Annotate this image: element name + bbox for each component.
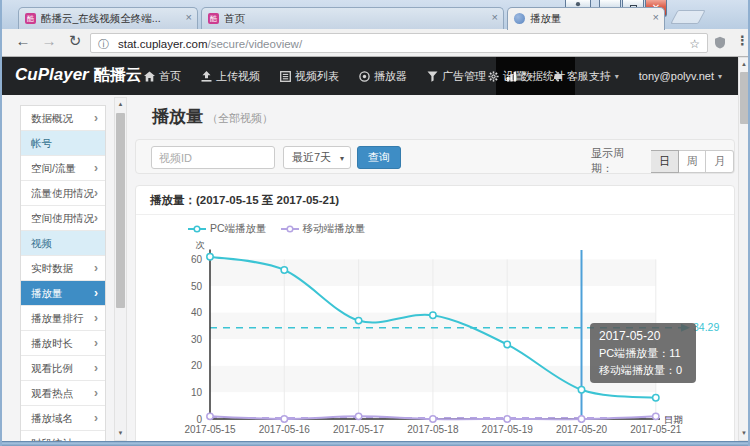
nav-item-home[interactable]: 首页	[134, 57, 191, 95]
address-bar[interactable]: ⓘ stat.cuplayer.com/secure/videoview/ ☆	[90, 33, 708, 53]
sidebar-item-space-usage[interactable]: 空间使用情况›	[21, 206, 105, 231]
upload-icon	[201, 71, 212, 82]
site-top-nav: CuPlayer酷播云 首页 上传视频 视频列表 播放器	[2, 57, 738, 95]
tab-close-icon[interactable]: ×	[186, 11, 192, 23]
new-tab-button[interactable]	[670, 10, 705, 24]
sidebar-nav: 数据概况› 帐号› 空间/流量› 流量使用情况› 空间使用情况› 视频› 实时数…	[20, 105, 106, 441]
period-month-button[interactable]: 月	[706, 150, 734, 173]
sidebar-item-watch-ratio[interactable]: 观看比例›	[21, 356, 105, 381]
scroll-down-icon[interactable]: ▼	[739, 427, 749, 440]
sidebar-item-play-domain[interactable]: 播放域名›	[21, 406, 105, 431]
video-id-input[interactable]	[151, 146, 275, 169]
brand-en: CuPlayer	[15, 65, 89, 84]
settings-menu[interactable]: 设置 ▾	[480, 57, 541, 95]
browser-tab-2[interactable]: 酷 首页 ×	[201, 7, 504, 29]
sidebar-item-data-overview[interactable]: 数据概况›	[21, 106, 105, 131]
bell-icon	[553, 71, 563, 82]
support-label: 客服支持	[567, 69, 611, 84]
svg-text:2017-05-20: 2017-05-20	[556, 424, 608, 435]
sidebar-label: 空间使用情况	[31, 212, 94, 224]
sidebar-label: 帐号	[31, 137, 52, 149]
sidebar-item-play-count[interactable]: 播放量›	[21, 281, 105, 306]
cuplayer-favicon-icon: 酷	[208, 13, 219, 24]
nav-right-menu: 设置 ▾ 客服支持 ▾ tony@polyv.net ▾	[480, 57, 730, 95]
account-email: tony@polyv.net	[639, 70, 714, 82]
account-menu[interactable]: tony@polyv.net ▾	[631, 57, 730, 95]
back-button[interactable]: ←	[12, 32, 34, 49]
chevron-down-icon: ▾	[340, 148, 344, 169]
sidebar-item-play-duration[interactable]: 播放时长›	[21, 331, 105, 356]
sidebar-label: 视频	[31, 237, 52, 249]
tooltip-line-mobile: 移动端播放量：0	[599, 362, 687, 379]
tab-close-icon[interactable]: ×	[492, 11, 498, 23]
scrollbar-thumb[interactable]	[116, 113, 125, 308]
sidebar-label: 播放量排行	[31, 312, 84, 324]
query-button[interactable]: 查询	[357, 146, 401, 169]
support-menu[interactable]: 客服支持 ▾	[545, 57, 627, 95]
chart-panel-title: 播放量：(2017-05-15 至 2017-05-21)	[136, 186, 734, 215]
chevron-right-icon: ›	[94, 156, 98, 180]
chevron-down-icon: ▾	[718, 72, 722, 81]
svg-text:2017-05-18: 2017-05-18	[407, 424, 459, 435]
browser-tab-3-active[interactable]: 播放量 ×	[507, 7, 665, 30]
forward-button[interactable]: →	[38, 32, 60, 49]
scrollbar-thumb[interactable]	[740, 72, 749, 124]
sidebar-item-time-stats[interactable]: 时段统计›	[21, 431, 105, 441]
chevron-right-icon: ›	[94, 256, 98, 280]
svg-text:20: 20	[191, 360, 203, 371]
svg-text:2017-05-21: 2017-05-21	[630, 424, 682, 435]
svg-text:2017-05-16: 2017-05-16	[259, 424, 311, 435]
sidebar-scrollbar[interactable]: ▲ ▼	[114, 97, 127, 441]
browser-tab-strip: 酷 酷播云_在线视频全终端... × 酷 首页 × 播放量 × – ✕	[2, 0, 748, 29]
period-label: 显示周期：	[591, 146, 645, 176]
tooltip-line-pc: PC端播放量：11	[599, 345, 687, 362]
tab-close-icon[interactable]: ×	[653, 11, 659, 23]
display-period-group: 显示周期： 日 周 月	[591, 146, 734, 176]
svg-text:30: 30	[191, 334, 203, 345]
extension-shield-icon[interactable]	[714, 35, 726, 53]
nav-item-player[interactable]: 播放器	[349, 57, 417, 95]
date-range-select[interactable]: 最近7天 ▾	[283, 146, 351, 169]
legend-marker-icon	[188, 224, 206, 234]
sidebar-label: 播放域名	[31, 412, 73, 424]
scroll-up-icon[interactable]: ▲	[739, 58, 749, 71]
scroll-down-icon[interactable]: ▼	[115, 427, 126, 440]
period-day-button[interactable]: 日	[651, 150, 679, 173]
period-week-button[interactable]: 周	[679, 150, 707, 173]
site-logo[interactable]: CuPlayer酷播云	[15, 65, 142, 86]
gear-icon	[488, 71, 499, 82]
nav-item-upload[interactable]: 上传视频	[191, 57, 270, 95]
svg-text:10: 10	[191, 387, 203, 398]
page-scrollbar[interactable]: ▲ ▼	[738, 57, 750, 441]
sidebar-item-space-traffic[interactable]: 空间/流量›	[21, 156, 105, 181]
sidebar-item-realtime[interactable]: 实时数据›	[21, 256, 105, 281]
nav-item-video-list[interactable]: 视频列表	[270, 57, 349, 95]
page-title-text: 播放量	[152, 107, 203, 126]
svg-text:次: 次	[196, 239, 206, 250]
reload-button[interactable]: ↻	[64, 32, 86, 50]
tab-title: 酷播云_在线视频全终端...	[41, 12, 177, 26]
bookmark-star-icon[interactable]: ☆	[689, 37, 700, 51]
chevron-right-icon: ›	[94, 106, 98, 130]
settings-label: 设置	[503, 69, 525, 84]
svg-text:日期: 日期	[664, 414, 683, 425]
sidebar-item-traffic-usage[interactable]: 流量使用情况›	[21, 181, 105, 206]
sidebar-item-play-rank[interactable]: 播放量排行›	[21, 306, 105, 331]
sidebar-item-watch-hotspot[interactable]: 观看热点›	[21, 381, 105, 406]
scroll-up-icon[interactable]: ▲	[115, 98, 126, 111]
sidebar-label: 流量使用情况	[31, 187, 94, 199]
browser-tab-1[interactable]: 酷 酷播云_在线视频全终端... ×	[18, 7, 198, 29]
funnel-icon	[427, 71, 438, 82]
list-icon	[280, 71, 291, 82]
browser-window: 酷 酷播云_在线视频全终端... × 酷 首页 × 播放量 × – ✕ ← → …	[0, 0, 750, 446]
sidebar-label: 观看比例	[31, 362, 73, 374]
browser-menu-icon[interactable]: ⋮	[736, 33, 749, 48]
legend-marker-icon	[281, 224, 299, 234]
page-info-icon[interactable]: ⓘ	[98, 37, 109, 52]
url-text: stat.cuplayer.com/secure/videoview/	[118, 38, 302, 50]
url-path: /secure/videoview/	[207, 38, 302, 50]
nav-label: 视频列表	[295, 69, 339, 84]
sidebar-label: 观看热点	[31, 387, 73, 399]
chevron-right-icon: ›	[94, 331, 98, 355]
sidebar-label: 播放量	[31, 287, 63, 299]
